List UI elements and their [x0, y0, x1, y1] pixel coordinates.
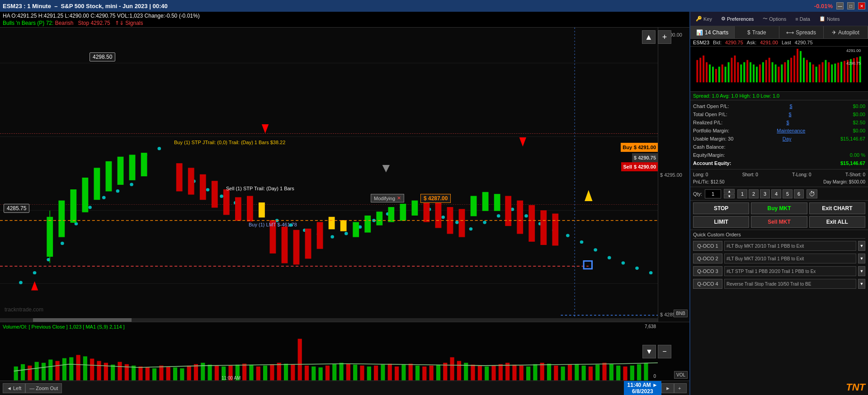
svg-rect-56	[141, 153, 146, 176]
svg-rect-204	[734, 56, 736, 82]
svg-rect-233	[825, 60, 826, 83]
zoom-plus-button[interactable]: +	[658, 30, 671, 44]
vol-button[interactable]: VOL	[674, 371, 688, 379]
qco-row-2: Q-OCO 2 #LT Buy MKT 20/10 Trail 1 PBB to…	[693, 253, 865, 264]
realized-pl-link[interactable]: $	[786, 120, 789, 125]
svg-rect-156	[409, 364, 413, 381]
title-bar-title: ESM23 : 1 Minute – S&P 500 Stock, mini -…	[3, 3, 168, 9]
svg-point-7	[116, 189, 120, 193]
svg-rect-187	[623, 367, 627, 381]
svg-rect-237	[837, 63, 839, 83]
zoom-out-button[interactable]: — Zoom Out	[25, 383, 62, 393]
svg-rect-179	[568, 365, 572, 381]
exit-chart-button[interactable]: Exit CHART	[809, 202, 865, 214]
scroll-down-button[interactable]: ▼	[642, 345, 656, 358]
charts-icon: 📊	[696, 29, 703, 36]
svg-rect-108	[76, 355, 80, 381]
chart-canvas[interactable]: 4298.50 4285.75 Buy (1) STP JTrail: (0,0…	[0, 28, 689, 322]
sell-price-button[interactable]: Sell $ 4290.00	[621, 162, 658, 171]
svg-rect-174	[533, 364, 537, 381]
volume-area: Volume/OI: [ Previous Close ] 1,023 [ MA…	[0, 322, 689, 381]
svg-rect-189	[637, 364, 641, 381]
left-scroll-button[interactable]: ◄ Left	[3, 383, 25, 393]
right-scroll-button[interactable]: ►	[661, 383, 674, 393]
options-icon: 〜	[763, 15, 768, 22]
svg-rect-112	[104, 363, 108, 381]
equity-margin-value: 0.00 %	[850, 152, 865, 158]
qco-4-arrow[interactable]: ▼	[858, 279, 865, 289]
minimize-button[interactable]: —	[836, 2, 844, 9]
qty-preset-5[interactable]: 5	[783, 189, 793, 198]
time-value: 11:40 AM ►	[627, 382, 658, 388]
sell-trade-label[interactable]: Sell (1) STP Trail: (Day) 1 Bars	[226, 186, 294, 191]
total-open-pl-value: $0.00	[853, 112, 865, 117]
maintenance-link[interactable]: Maintenance	[777, 128, 805, 133]
qty-preset-6[interactable]: 6	[794, 189, 804, 198]
svg-rect-192	[696, 60, 698, 83]
svg-rect-62	[412, 201, 417, 215]
day-link[interactable]: Day	[783, 136, 792, 141]
svg-rect-141	[305, 366, 309, 381]
tab-autopilot[interactable]: ✈ Autopilot	[824, 26, 868, 38]
scrollbar-thumb[interactable]	[33, 318, 132, 322]
tab-notes[interactable]: 📋 Notes	[816, 15, 843, 23]
clock-icon[interactable]: ⏱	[807, 189, 817, 198]
sell-mkt-button[interactable]: Sell MKT	[751, 216, 807, 228]
buy-mkt-button[interactable]: Buy MKT	[751, 202, 807, 214]
stop-button[interactable]: STOP	[693, 202, 749, 214]
qty-preset-4[interactable]: 4	[771, 189, 781, 198]
qty-row: Qty: ▲ ▼ 1 2 3 4 5 6 ⏱	[690, 187, 868, 201]
buy-trade-label[interactable]: Buy (1) STP JTrail: (0,0) Trail: (Day) 1…	[174, 140, 285, 145]
total-open-pl-link[interactable]: $	[789, 112, 792, 117]
exit-all-button[interactable]: Exit ALL	[809, 216, 865, 228]
tab-trade[interactable]: $ Trade	[735, 26, 779, 38]
svg-rect-165	[471, 365, 475, 381]
buy-price-button[interactable]: Buy $ 4291.00	[621, 143, 658, 152]
qty-preset-1[interactable]: 1	[737, 189, 747, 198]
qco-2-arrow[interactable]: ▼	[858, 254, 865, 263]
qty-preset-3[interactable]: 3	[760, 189, 770, 198]
volume-bars-svg	[0, 325, 658, 381]
qty-down-button[interactable]: ▼	[724, 194, 735, 198]
horizontal-scrollbar[interactable]	[0, 318, 658, 322]
tab-preferences[interactable]: ⚙ Preferences	[718, 15, 756, 23]
qty-up-button[interactable]: ▲	[724, 189, 735, 193]
svg-rect-209	[750, 62, 751, 83]
qco-2-label[interactable]: Q-OCO 2	[693, 254, 722, 263]
qco-3-value: #LT STP Trail 1 PBB 20/20 Trail 1 PBB to…	[724, 266, 856, 276]
svg-rect-139	[291, 365, 295, 381]
modifying-close[interactable]: ✕	[397, 195, 401, 201]
limit-button[interactable]: LIMIT	[693, 216, 749, 228]
svg-rect-232	[822, 62, 824, 83]
svg-point-10	[157, 147, 161, 150]
zoom-minus-button[interactable]: −	[658, 345, 671, 358]
tab-options[interactable]: 〜 Options	[760, 14, 789, 23]
buy-lmt-label[interactable]: Buy (1) LMT $-461.78	[249, 222, 297, 227]
bnb-button[interactable]: BNB	[674, 310, 688, 317]
qco-1-label[interactable]: Q-OCO 1	[693, 241, 722, 251]
qco-4-label[interactable]: Q-OCO 4	[693, 279, 722, 289]
realized-pl-value: $2.50	[853, 120, 865, 125]
tab-data[interactable]: ≡ Data	[793, 15, 813, 23]
zoom-in-button[interactable]: +	[674, 383, 687, 393]
svg-rect-103	[42, 363, 46, 381]
scroll-up-button[interactable]: ▲	[642, 30, 656, 44]
qty-preset-2[interactable]: 2	[749, 189, 759, 198]
qco-3-arrow[interactable]: ▼	[858, 266, 865, 276]
qco-1-arrow[interactable]: ▼	[858, 241, 865, 251]
qco-3-label[interactable]: Q-OCO 3	[693, 266, 722, 276]
svg-rect-197	[712, 67, 714, 83]
qty-input[interactable]	[705, 189, 721, 198]
svg-rect-144	[326, 366, 330, 381]
maximize-button[interactable]: □	[847, 2, 854, 9]
svg-rect-205	[737, 62, 739, 83]
qco-row-4: Q-OCO 4 Reverse Trail Stop Trade 10/50 T…	[693, 278, 865, 289]
tab-spreads[interactable]: ⟷ Spreads	[779, 26, 824, 38]
tab-charts[interactable]: 📊 14 Charts	[690, 26, 735, 38]
tab-key[interactable]: 🔑 Key	[693, 15, 715, 23]
svg-rect-227	[806, 60, 808, 83]
close-button[interactable]: ✕	[858, 2, 865, 9]
ohlc-values: HA O:4291.25 H:4291.25 L:4290.00 C:4290.…	[3, 13, 200, 19]
chart-open-pl-link[interactable]: $	[789, 103, 792, 109]
svg-rect-123	[180, 368, 184, 381]
